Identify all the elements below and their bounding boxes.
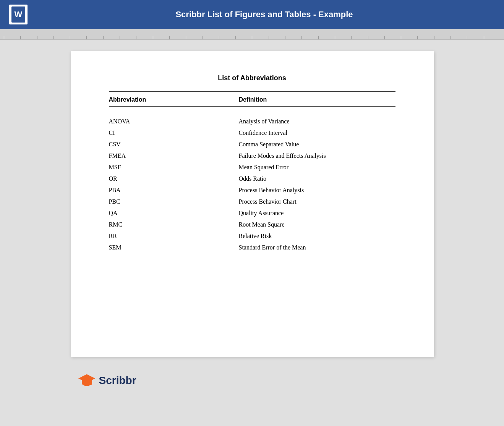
table-row: QAQuality Assurance bbox=[109, 207, 395, 219]
cell-abbreviation: ANOVA bbox=[109, 118, 239, 125]
col-header-definition: Definition bbox=[239, 96, 395, 103]
scribbr-brand-name: Scribbr bbox=[99, 374, 136, 387]
table-row: RRRelative Risk bbox=[109, 230, 395, 242]
cell-abbreviation: QA bbox=[109, 210, 239, 217]
cell-definition: Failure Modes and Effects Analysis bbox=[239, 152, 395, 159]
ruler-tick bbox=[467, 36, 483, 39]
table-row: CSVComma Separated Value bbox=[109, 139, 395, 150]
ruler-tick bbox=[169, 36, 186, 39]
ruler-tick bbox=[318, 36, 335, 39]
table-row: PBAProcess Behavior Analysis bbox=[109, 185, 395, 196]
cell-abbreviation: CI bbox=[109, 130, 239, 136]
cell-abbreviation: SEM bbox=[109, 244, 239, 251]
document-title: List of Abbreviations bbox=[109, 74, 395, 82]
svg-marker-0 bbox=[78, 374, 95, 383]
ruler-tick bbox=[285, 36, 301, 39]
table-row: SEMStandard Error of the Mean bbox=[109, 242, 395, 253]
cell-definition: Confidence Interval bbox=[239, 130, 395, 136]
cell-definition: Relative Risk bbox=[239, 233, 395, 240]
document-page: List of Abbreviations Abbreviation Defin… bbox=[71, 51, 434, 357]
table-header-rule bbox=[109, 106, 395, 107]
ruler-marks bbox=[4, 29, 500, 39]
footer-area: Scribbr bbox=[71, 364, 434, 389]
ruler-tick bbox=[86, 36, 103, 39]
cell-definition: Root Mean Square bbox=[239, 221, 395, 228]
word-icon-letter: W bbox=[11, 6, 25, 23]
ruler-tick bbox=[401, 36, 417, 39]
ruler-tick bbox=[434, 36, 451, 39]
table-row: OROdds Ratio bbox=[109, 173, 395, 185]
cell-definition: Standard Error of the Mean bbox=[239, 244, 395, 251]
ruler-tick bbox=[136, 36, 152, 39]
cell-abbreviation: RMC bbox=[109, 221, 239, 228]
word-icon: W bbox=[9, 5, 28, 24]
table-row: PBCProcess Behavior Chart bbox=[109, 196, 395, 207]
cell-abbreviation: MSE bbox=[109, 164, 239, 171]
cell-definition: Quality Assurance bbox=[239, 210, 395, 217]
ruler-tick bbox=[203, 36, 219, 39]
ruler-tick bbox=[351, 36, 368, 39]
ruler-tick bbox=[384, 36, 401, 39]
ruler-tick bbox=[103, 36, 120, 39]
table-row: ANOVAAnalysis of Variance bbox=[109, 116, 395, 127]
table-top-rule bbox=[109, 91, 395, 92]
cell-definition: Comma Separated Value bbox=[239, 141, 395, 148]
cell-abbreviation: PBC bbox=[109, 198, 239, 205]
ruler-tick bbox=[153, 36, 169, 39]
page-area: List of Abbreviations Abbreviation Defin… bbox=[0, 40, 504, 426]
ruler-tick bbox=[219, 36, 235, 39]
table-row: CIConfidence Interval bbox=[109, 127, 395, 139]
header-title: Scribbr List of Figures and Tables - Exa… bbox=[34, 10, 495, 19]
cell-definition: Mean Squared Error bbox=[239, 164, 395, 171]
abbreviations-table-body: ANOVAAnalysis of VarianceCIConfidence In… bbox=[109, 116, 395, 253]
scribbr-cap-icon bbox=[78, 372, 95, 389]
cell-definition: Odds Ratio bbox=[239, 175, 395, 182]
ruler-tick bbox=[235, 36, 252, 39]
ruler-tick bbox=[417, 36, 434, 39]
cell-abbreviation: FMEA bbox=[109, 152, 239, 159]
table-header-row: Abbreviation Definition bbox=[109, 96, 395, 103]
ruler bbox=[0, 29, 504, 40]
ruler-tick bbox=[335, 36, 351, 39]
ruler-tick bbox=[301, 36, 318, 39]
col-header-abbreviation: Abbreviation bbox=[109, 96, 239, 103]
ruler-tick bbox=[4, 36, 20, 39]
table-row: FMEAFailure Modes and Effects Analysis bbox=[109, 150, 395, 162]
cell-abbreviation: RR bbox=[109, 233, 239, 240]
table-row: RMCRoot Mean Square bbox=[109, 219, 395, 230]
ruler-tick bbox=[451, 36, 467, 39]
cell-definition: Process Behavior Analysis bbox=[239, 187, 395, 194]
ruler-tick bbox=[484, 36, 500, 39]
ruler-tick bbox=[186, 36, 202, 39]
table-row: MSEMean Squared Error bbox=[109, 162, 395, 173]
app-header: W Scribbr List of Figures and Tables - E… bbox=[0, 0, 504, 29]
ruler-tick bbox=[120, 36, 136, 39]
cell-definition: Process Behavior Chart bbox=[239, 198, 395, 205]
ruler-tick bbox=[368, 36, 384, 39]
ruler-tick bbox=[269, 36, 285, 39]
ruler-tick bbox=[37, 36, 53, 39]
cell-abbreviation: CSV bbox=[109, 141, 239, 148]
ruler-tick bbox=[252, 36, 268, 39]
ruler-tick bbox=[20, 36, 37, 39]
scribbr-logo: Scribbr bbox=[78, 372, 136, 389]
ruler-tick bbox=[70, 36, 86, 39]
cell-definition: Analysis of Variance bbox=[239, 118, 395, 125]
cell-abbreviation: OR bbox=[109, 175, 239, 182]
ruler-tick bbox=[53, 36, 70, 39]
cell-abbreviation: PBA bbox=[109, 187, 239, 194]
